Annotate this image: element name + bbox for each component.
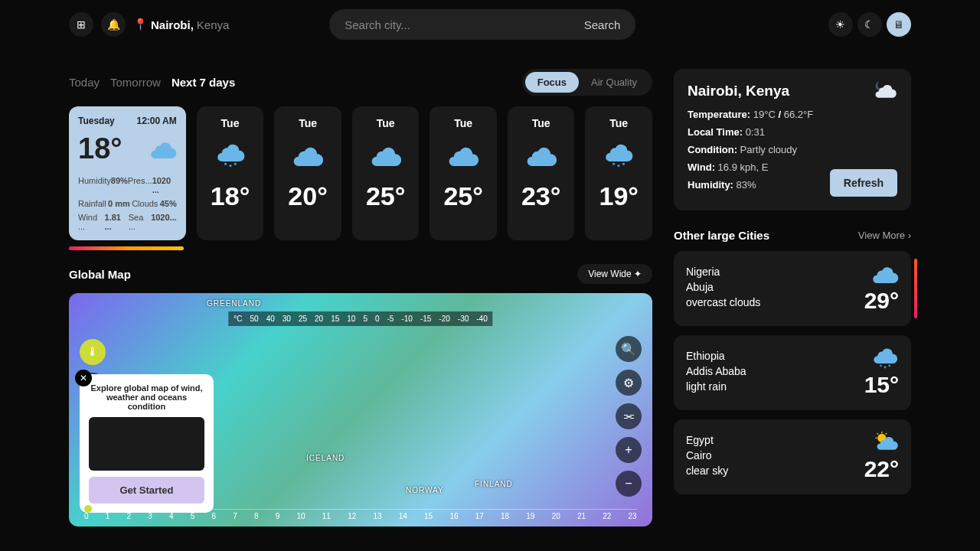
rain-icon — [214, 143, 247, 168]
dark-mode-icon[interactable]: ☾ — [858, 12, 882, 37]
forecast-card[interactable]: Tue20° — [274, 106, 341, 240]
view-wide-button[interactable]: View Wide ✦ — [577, 264, 652, 284]
city-name: Abuja — [686, 281, 760, 293]
pin-icon: 📍 — [133, 18, 148, 31]
location-display: 📍 Nairobi,Kenya — [133, 18, 229, 31]
system-mode-icon[interactable]: 🖥 — [887, 12, 911, 37]
cloud-icon — [871, 263, 899, 285]
city-temp: 15° — [864, 372, 899, 398]
global-map[interactable]: GREENLAND ICELAND NORWAY FINLAND °C50403… — [69, 293, 652, 527]
close-icon[interactable]: ✕ — [75, 370, 92, 386]
notifications-icon[interactable]: 🔔 — [101, 12, 126, 37]
forecast-card[interactable]: Tue23° — [508, 106, 575, 240]
card-day: Tue — [299, 117, 317, 129]
map-label-iceland: ICELAND — [306, 454, 345, 462]
sun-icon — [871, 432, 899, 453]
city-country: Nigeria — [686, 266, 760, 278]
forecast-card[interactable]: Tue25° — [352, 106, 420, 240]
refresh-button[interactable]: Refresh — [830, 169, 897, 197]
city-country: Egypt — [686, 434, 728, 446]
city-condition: overcast clouds — [686, 296, 760, 308]
card-temp: 25° — [443, 181, 482, 211]
card-day: Tue — [377, 117, 395, 129]
rain-icon — [871, 347, 899, 369]
city-card[interactable]: EthiopiaAddis Ababalight rain15° — [674, 335, 911, 410]
city-card[interactable]: NigeriaAbujaovercast clouds29° — [674, 251, 911, 326]
featured-time: 12:00 AM — [137, 116, 177, 126]
tab-air-quality[interactable]: Air Quality — [579, 72, 649, 93]
map-label-norway: NORWAY — [406, 486, 444, 494]
temperature-gradient-bar — [69, 246, 184, 250]
cloud-icon — [447, 143, 479, 168]
card-temp: 25° — [366, 181, 405, 211]
map-share-button[interactable]: ⫘ — [616, 403, 642, 429]
moon-cloud-icon — [870, 80, 897, 101]
timeline-hours: 01234567891011121314151617181920212223 — [84, 512, 637, 520]
mode-tabs: Focus Air Quality — [522, 69, 652, 96]
cloud-icon — [370, 143, 402, 168]
map-title: Global Map — [69, 268, 131, 281]
card-temp: 18° — [211, 181, 250, 211]
cloud-icon — [525, 143, 557, 168]
card-temp: 19° — [599, 181, 638, 211]
city-condition: clear sky — [686, 465, 728, 477]
city-name: Cairo — [686, 449, 728, 461]
card-day: Tue — [609, 117, 628, 129]
city-name: Addis Ababa — [686, 365, 746, 377]
map-intro-popup: ✕ Explore global map of wind, weather an… — [80, 374, 214, 513]
featured-day: Tuesday — [78, 116, 115, 126]
tab-tomorrow[interactable]: Tomorrow — [110, 76, 161, 89]
city-temp: 29° — [864, 288, 899, 314]
search-input[interactable] — [345, 18, 574, 31]
get-started-button[interactable]: Get Started — [89, 477, 204, 504]
tab-focus[interactable]: Focus — [525, 72, 579, 93]
city-country: Ethiopia — [686, 350, 746, 362]
temperature-scale: °C5040302520151050-5-10-15-20-30-40 — [228, 311, 492, 326]
tab-today[interactable]: Today — [69, 76, 100, 89]
info-title: Nairobi, Kenya — [688, 83, 897, 99]
rain-icon — [603, 143, 635, 168]
forecast-card[interactable]: Tue25° — [430, 106, 497, 240]
cities-title: Other large Cities — [674, 229, 769, 242]
city-card[interactable]: EgyptCairoclear sky22° — [674, 419, 911, 494]
view-more-button[interactable]: View More › — [858, 230, 911, 241]
map-search-button[interactable]: 🔍 — [616, 336, 642, 362]
forecast-card[interactable]: Tue18° — [197, 106, 264, 240]
time-range-tabs: Today Tomorrow Next 7 days — [69, 76, 235, 89]
cloud-icon — [149, 139, 177, 160]
location-city: Nairobi, — [151, 18, 194, 31]
card-temp: 23° — [521, 181, 560, 211]
location-country: Kenya — [197, 18, 230, 31]
popup-preview — [89, 417, 204, 471]
location-info-card: Nairobi, Kenya Temperature: 19°C / 66.2°… — [674, 69, 911, 210]
light-mode-icon[interactable]: ☀ — [828, 12, 853, 37]
map-settings-button[interactable]: ⚙ — [616, 370, 642, 396]
temperature-layer-button[interactable]: 🌡 — [80, 339, 106, 365]
card-day: Tue — [454, 117, 472, 129]
city-temp: 22° — [864, 456, 899, 482]
popup-text: Explore global map of wind, weather and … — [89, 383, 204, 411]
search-button[interactable]: Search — [575, 12, 630, 37]
card-temp: 20° — [288, 181, 327, 211]
forecast-card[interactable]: Tue19° — [585, 106, 652, 240]
featured-temp: 18° — [78, 132, 122, 165]
map-zoom-in-button[interactable]: + — [616, 437, 642, 463]
map-label-finland: FINLAND — [475, 480, 513, 488]
timeline-track[interactable] — [92, 509, 637, 510]
city-condition: light rain — [686, 380, 746, 393]
map-zoom-out-button[interactable]: − — [616, 471, 642, 497]
apps-icon[interactable]: ⊞ — [69, 12, 93, 37]
tab-next7days[interactable]: Next 7 days — [172, 76, 235, 89]
search-bar: Search — [329, 9, 635, 40]
cloud-icon — [292, 143, 324, 168]
map-label-greenland: GREENLAND — [207, 299, 261, 308]
card-day: Tue — [532, 117, 550, 129]
forecast-card-featured[interactable]: Tuesday12:00 AM 18° Humidity89%Pres...10… — [69, 106, 186, 240]
card-day: Tue — [221, 117, 240, 129]
